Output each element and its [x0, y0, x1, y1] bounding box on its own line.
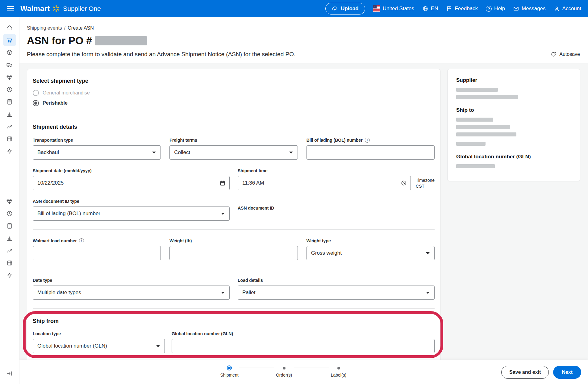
freight-terms-select[interactable]: Collect [169, 145, 298, 160]
step-dot-active [227, 365, 232, 370]
sidebar-item-home[interactable] [3, 22, 16, 34]
walmart-load-number-input[interactable] [33, 246, 161, 260]
shipment-date-input[interactable]: 10/22/2025 [33, 176, 230, 190]
sidebar-item-growth-2[interactable] [3, 244, 16, 257]
chevron-down-icon [289, 152, 293, 154]
chevron-down-icon [426, 252, 430, 254]
help-link[interactable]: ? Help [486, 6, 505, 12]
ship-to-line-redacted [456, 142, 486, 146]
gem-icon [6, 198, 13, 205]
asn-form-card: Select shipment type General merchandise… [27, 69, 440, 360]
step-labels[interactable]: Label(s) [329, 365, 348, 378]
country-selector[interactable]: United States [373, 5, 414, 12]
sidebar-item-quick-actions-2[interactable] [3, 269, 16, 282]
sidebar-item-history[interactable] [3, 83, 16, 96]
divider [33, 308, 435, 309]
person-icon [554, 6, 560, 12]
breadcrumb-create-asn: Create ASN [68, 25, 94, 31]
sidebar-item-apps[interactable] [3, 133, 16, 145]
radio-general-merchandise[interactable]: General merchandise [33, 90, 435, 96]
radio-circle [33, 90, 39, 96]
lightning-icon [6, 272, 13, 279]
load-details-select[interactable]: Pallet [238, 286, 435, 300]
brand-logo[interactable]: Walmart Supplier One [20, 4, 101, 13]
save-and-exit-button[interactable]: Save and exit [501, 366, 549, 379]
supplier-name-redacted [456, 88, 498, 92]
collapse-arrow-icon [6, 370, 13, 377]
clock-icon[interactable] [401, 180, 407, 186]
wizard-footer: Shipment Order(s) Label(s) Save and exit… [19, 360, 588, 384]
next-button[interactable]: Next [553, 366, 581, 379]
globe-icon [422, 6, 428, 12]
step-shipment[interactable]: Shipment [219, 365, 239, 378]
shipment-type-radio-group: General merchandise Perishable [33, 90, 435, 106]
sidebar-item-reports-2[interactable] [3, 232, 16, 244]
asn-doc-type-select[interactable]: Bill of lading (BOL) number [33, 207, 230, 221]
sidebar-item-reports[interactable] [3, 108, 16, 120]
calendar-icon[interactable] [219, 180, 226, 186]
chevron-down-icon [221, 292, 225, 294]
topbar-actions: Upload United States EN Feedback ? Help … [325, 3, 581, 15]
breadcrumb: Shipping events/Create ASN [27, 25, 581, 31]
weight-type-select[interactable]: Gross weight [307, 246, 435, 260]
divider [33, 229, 435, 230]
supplier-id-redacted [456, 95, 518, 99]
account-menu[interactable]: Account [554, 6, 581, 12]
breadcrumb-shipping-events[interactable]: Shipping events [27, 25, 62, 31]
chevron-down-icon [426, 292, 430, 294]
weight-input[interactable] [169, 246, 298, 260]
document-icon [6, 223, 13, 229]
bol-number-input[interactable] [307, 145, 435, 160]
shipment-time-input[interactable]: 11:36 AM [238, 176, 411, 190]
shipment-details-heading: Shipment details [33, 124, 435, 130]
us-flag-icon [373, 5, 380, 12]
autosave-button[interactable]: Autosave [550, 51, 580, 57]
chevron-down-icon [156, 345, 160, 347]
sidebar-item-documents[interactable] [3, 96, 16, 108]
content-area: Select shipment type General merchandise… [19, 63, 588, 360]
box-icon [6, 49, 13, 56]
sidebar-item-quick-actions[interactable] [3, 145, 16, 157]
clock-icon [6, 86, 13, 93]
lightning-icon [6, 148, 13, 155]
feedback-link[interactable]: Feedback [446, 6, 478, 12]
sidebar-collapse-toggle[interactable] [3, 367, 16, 380]
info-icon[interactable]: i [365, 138, 370, 143]
supplier-heading: Supplier [456, 77, 571, 83]
transportation-type-field: Transportation type Backhaul [33, 138, 161, 160]
language-selector[interactable]: EN [422, 6, 438, 12]
freight-terms-field: Freight terms Collect [169, 138, 298, 160]
sidebar-item-growth[interactable] [3, 120, 16, 133]
sidebar-item-apps-2[interactable] [3, 257, 16, 269]
date-type-field: Date type Multiple date types [33, 278, 230, 300]
sidebar-item-promotions-2[interactable] [3, 195, 16, 207]
info-icon[interactable]: i [79, 238, 84, 243]
chevron-down-icon [152, 152, 156, 154]
upload-button[interactable]: Upload [325, 3, 365, 15]
hamburger-menu-icon[interactable] [7, 6, 14, 11]
po-number-redacted [95, 36, 147, 45]
truck-icon [6, 61, 13, 68]
brand-wordmark: Walmart [20, 4, 50, 13]
sidebar-item-shipping-events[interactable] [3, 34, 16, 46]
asn-doc-type-field: ASN document ID type Bill of lading (BOL… [33, 199, 230, 221]
transportation-type-select[interactable]: Backhaul [33, 145, 161, 160]
weight-type-field: Weight type Gross weight [307, 238, 435, 260]
wizard-stepper: Shipment Order(s) Label(s) [219, 365, 348, 378]
radio-perishable[interactable]: Perishable [33, 100, 435, 106]
step-connector [239, 368, 274, 368]
gln-input[interactable] [172, 339, 435, 353]
divider [33, 115, 435, 115]
sidebar-item-documents-2[interactable] [3, 220, 16, 232]
messages-link[interactable]: Messages [513, 6, 545, 12]
date-type-select[interactable]: Multiple date types [33, 286, 230, 300]
sidebar-item-history-2[interactable] [3, 207, 16, 220]
sidebar-item-items[interactable] [3, 46, 16, 59]
sidebar-item-transport[interactable] [3, 59, 16, 71]
page-header: Shipping events/Create ASN ASN for PO # … [19, 17, 588, 63]
document-icon [6, 98, 13, 105]
sidebar-item-promotions[interactable] [3, 71, 16, 83]
location-type-select[interactable]: Global location number (GLN) [33, 339, 165, 353]
ship-from-heading: Ship from [33, 318, 435, 324]
step-orders[interactable]: Order(s) [274, 365, 294, 378]
